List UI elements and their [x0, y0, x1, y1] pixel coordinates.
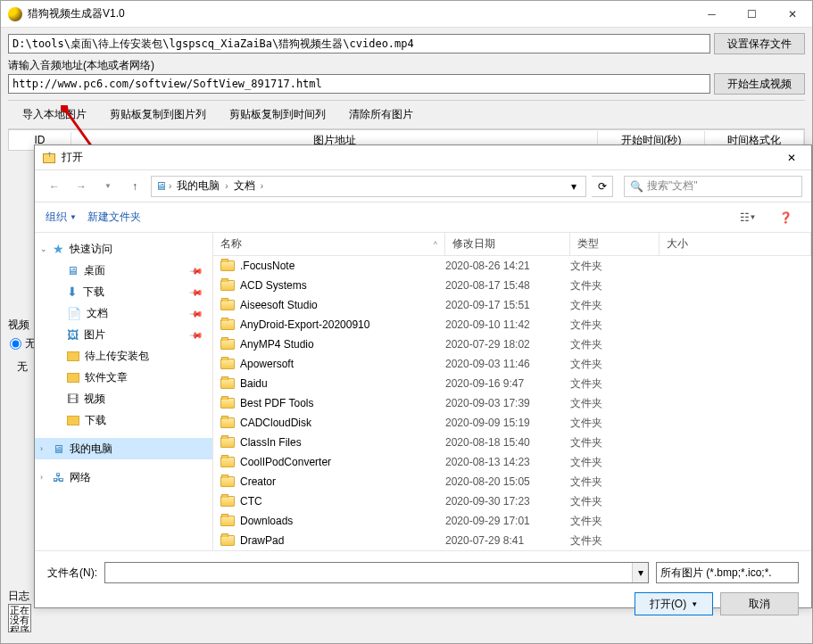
nav-forward-button[interactable]: →	[71, 176, 92, 197]
filename-input[interactable]	[105, 563, 632, 582]
filename-dropdown[interactable]: ▾	[632, 563, 648, 582]
col-size[interactable]: 大小	[660, 233, 811, 255]
file-row[interactable]: AnyDroid-Export-202009102020-09-10 11:42…	[213, 315, 811, 334]
nav-back-button[interactable]: ←	[44, 176, 65, 197]
tree-this-pc[interactable]: ›🖥我的电脑	[35, 438, 212, 459]
folder-icon	[220, 437, 235, 448]
file-name: ACD Systems	[240, 279, 307, 292]
tree-downloads2[interactable]: 下载	[35, 409, 212, 431]
tree-desktop[interactable]: 🖥桌面📌	[35, 260, 212, 281]
dialog-close-button[interactable]: ✕	[771, 145, 811, 170]
file-date: 2020-09-03 11:46	[445, 358, 570, 370]
refresh-button[interactable]: ⟳	[592, 176, 613, 197]
col-date[interactable]: 修改日期	[445, 233, 570, 255]
file-row[interactable]: AnyMP4 Studio2020-07-29 18:02文件夹	[213, 334, 811, 354]
breadcrumb[interactable]: 🖥 › 我的电脑 › 文档 › ▾	[151, 176, 586, 197]
breadcrumb-docs[interactable]: 文档	[230, 177, 259, 195]
file-type: 文件夹	[570, 416, 660, 431]
filter-text: 所有图片 (*.bmp;*.ico;*.	[660, 566, 772, 581]
file-name: ClassIn Files	[240, 436, 302, 449]
col-type[interactable]: 类型	[570, 233, 660, 255]
no-source-radio[interactable]: 无	[10, 336, 36, 351]
file-date: 2020-08-18 15:40	[445, 436, 570, 449]
nav-recent-button[interactable]: ▼	[97, 176, 119, 197]
folder-icon	[220, 260, 235, 271]
set-save-button[interactable]: 设置保存文件	[714, 33, 805, 54]
pc-icon: 🖥	[155, 179, 167, 193]
cancel-button[interactable]: 取消	[720, 592, 799, 615]
maximize-button[interactable]: ☐	[732, 1, 772, 28]
toolbar: 导入本地图片 剪贴板复制到图片列 剪贴板复制到时间列 清除所有图片	[8, 100, 805, 129]
file-row[interactable]: ClassIn Files2020-08-18 15:40文件夹	[213, 433, 811, 452]
file-row[interactable]: DrawPad2020-07-29 8:41文件夹	[213, 531, 811, 550]
search-input[interactable]: 🔍 搜索"文档"	[624, 176, 802, 197]
file-row[interactable]: Apowersoft2020-09-03 11:46文件夹	[213, 354, 811, 374]
nav-up-button[interactable]: ↑	[124, 176, 145, 197]
file-row[interactable]: Creator2020-08-20 15:05文件夹	[213, 472, 811, 491]
file-type: 文件夹	[570, 278, 660, 293]
minimize-button[interactable]: ─	[692, 1, 732, 28]
file-row[interactable]: ACD Systems2020-08-17 15:48文件夹	[213, 276, 811, 295]
file-date: 2020-09-16 9:47	[445, 377, 570, 390]
clipboard-to-timelist-button[interactable]: 剪贴板复制到时间列	[220, 103, 335, 126]
breadcrumb-dropdown[interactable]: ▾	[566, 177, 582, 196]
clipboard-to-piclist-button[interactable]: 剪贴板复制到图片列	[101, 103, 215, 126]
chevron-down-icon: ⌄	[40, 244, 47, 253]
file-list[interactable]: 名称^ 修改日期 类型 大小 .FocusNote2020-08-26 14:2…	[213, 233, 811, 550]
file-date: 2020-09-17 15:51	[445, 299, 570, 311]
open-button[interactable]: 打开(O)▼	[635, 592, 713, 615]
clear-all-images-button[interactable]: 清除所有图片	[340, 103, 422, 126]
file-row[interactable]: CADCloudDisk2020-09-09 15:19文件夹	[213, 413, 811, 433]
pin-icon: 📌	[189, 263, 203, 277]
file-date: 2020-08-20 15:05	[445, 475, 570, 488]
chevron-right-icon: ›	[169, 181, 171, 191]
file-name: Apowersoft	[240, 358, 294, 370]
folder-icon	[220, 457, 235, 467]
file-name: CADCloudDisk	[240, 417, 311, 429]
file-list-header: 名称^ 修改日期 类型 大小	[213, 233, 811, 256]
file-row[interactable]: Baidu2020-09-16 9:47文件夹	[213, 374, 811, 393]
file-row[interactable]: Downloads2020-09-29 17:01文件夹	[213, 511, 811, 531]
file-row[interactable]: Aiseesoft Studio2020-09-17 15:51文件夹	[213, 295, 811, 315]
filter-combo[interactable]: 所有图片 (*.bmp;*.ico;*.	[656, 562, 799, 583]
tree-upload-pkg[interactable]: 待上传安装包	[35, 345, 212, 367]
organize-button[interactable]: 组织▼	[46, 210, 77, 225]
help-button[interactable]: ❓	[770, 208, 801, 227]
breadcrumb-pc[interactable]: 我的电脑	[173, 177, 223, 195]
folder-icon	[220, 280, 235, 291]
audio-url-input[interactable]	[8, 74, 710, 94]
file-date: 2020-08-26 14:21	[445, 260, 570, 272]
tree-documents[interactable]: 📄文档📌	[35, 302, 212, 324]
save-path-input[interactable]	[8, 34, 710, 54]
file-row[interactable]: Best PDF Tools2020-09-03 17:39文件夹	[213, 393, 811, 413]
file-row[interactable]: CTC2020-09-30 17:23文件夹	[213, 491, 811, 511]
file-type: 文件夹	[570, 435, 660, 450]
dialog-titlebar: 打开 ✕	[35, 145, 811, 170]
file-row[interactable]: CoolIPodConverter2020-08-13 14:23文件夹	[213, 452, 811, 472]
file-name: Creator	[240, 475, 276, 488]
tree-soft-article[interactable]: 软件文章	[35, 367, 212, 388]
tree-network[interactable]: ›🖧网络	[35, 466, 212, 488]
tree-downloads[interactable]: ⬇下载📌	[35, 281, 212, 302]
import-local-image-button[interactable]: 导入本地图片	[13, 103, 95, 126]
tree-pictures[interactable]: 🖼图片📌	[35, 324, 212, 345]
tree-video[interactable]: 🎞视频	[35, 388, 212, 409]
log-label: 日志	[8, 589, 29, 604]
file-date: 2020-09-10 11:42	[445, 318, 570, 331]
nav-tree: ⌄★快速访问 🖥桌面📌 ⬇下载📌 📄文档📌 🖼图片📌 待上传安装包 软件文章 🎞…	[35, 233, 213, 550]
close-button[interactable]: ✕	[772, 1, 812, 28]
folder-icon	[220, 359, 235, 369]
file-row[interactable]: .FocusNote2020-08-26 14:21文件夹	[213, 256, 811, 276]
start-generate-button[interactable]: 开始生成视频	[714, 73, 805, 95]
new-folder-button[interactable]: 新建文件夹	[87, 210, 141, 225]
log-box[interactable]: 正在 没有 程序	[8, 604, 31, 632]
filename-combo[interactable]: ▾	[104, 562, 649, 583]
video-source-label: 视频	[8, 318, 29, 333]
tree-quick-access[interactable]: ⌄★快速访问	[35, 238, 212, 260]
download-icon: ⬇	[67, 285, 78, 299]
col-name[interactable]: 名称^	[213, 233, 445, 255]
no-source-radio-input[interactable]	[10, 338, 21, 350]
search-icon: 🔍	[630, 180, 643, 193]
file-date: 2020-09-30 17:23	[445, 495, 570, 508]
view-mode-button[interactable]: ☷ ▼	[733, 208, 763, 227]
